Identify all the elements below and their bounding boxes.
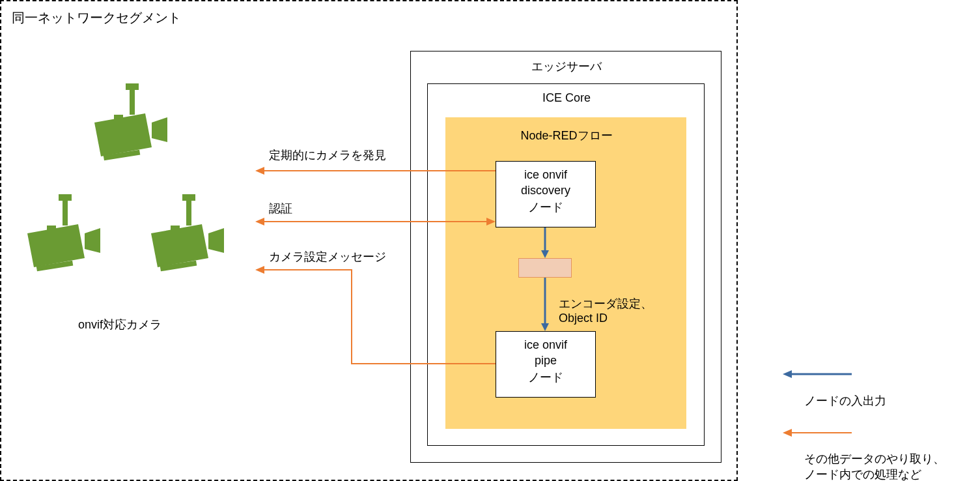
pipe-node-line1: ice onvif — [496, 338, 596, 352]
svg-marker-17 — [208, 228, 224, 253]
arrow-label-encoder-l2: Object ID — [559, 312, 608, 325]
svg-marker-11 — [85, 228, 100, 253]
svg-rect-6 — [59, 194, 72, 201]
svg-marker-32 — [783, 429, 792, 437]
camera-icon — [94, 83, 173, 177]
legend-orange-label-l2: ノード内での処理など — [804, 467, 921, 481]
svg-rect-13 — [186, 201, 191, 226]
ice-core-label: ICE Core — [534, 91, 599, 105]
pipe-node-line2: pipe — [496, 354, 596, 368]
discovery-node-line3: ノード — [496, 199, 596, 215]
discovery-node-line1: ice onvif — [496, 168, 596, 182]
arrow-label-discover: 定期的にカメラを発見 — [269, 147, 386, 163]
legend-orange-label-l1: その他データのやり取り、 — [804, 451, 945, 467]
arrow-label-camera-setting: カメラ設定メッセージ — [269, 249, 386, 265]
legend-blue-label: ノードの入出力 — [804, 393, 886, 409]
svg-marker-3 — [94, 113, 152, 156]
camera-label: onvif対応カメラ — [78, 317, 161, 332]
pipe-node-line3: ノード — [496, 370, 596, 385]
edge-server-label: エッジサーバ — [521, 59, 612, 74]
diagram-canvas: 同一ネットワークセグメント — [0, 0, 980, 481]
node-red-flow-label: Node-REDフロー — [508, 128, 625, 143]
svg-marker-15 — [151, 224, 208, 267]
svg-rect-12 — [182, 194, 195, 201]
arrow-label-encoder-l1: エンコーダ設定、 — [559, 296, 652, 312]
camera-icon — [151, 194, 229, 288]
processing-box — [518, 258, 572, 278]
svg-marker-9 — [27, 224, 85, 267]
segment-title: 同一ネットワークセグメント — [12, 9, 181, 27]
discovery-node-line2: discovery — [496, 184, 596, 197]
svg-marker-5 — [152, 117, 167, 142]
camera-icon — [27, 194, 105, 288]
arrow-label-auth: 認証 — [269, 201, 292, 216]
svg-rect-7 — [63, 201, 68, 226]
svg-marker-30 — [783, 370, 792, 378]
svg-rect-0 — [126, 83, 139, 90]
svg-rect-1 — [130, 90, 135, 115]
